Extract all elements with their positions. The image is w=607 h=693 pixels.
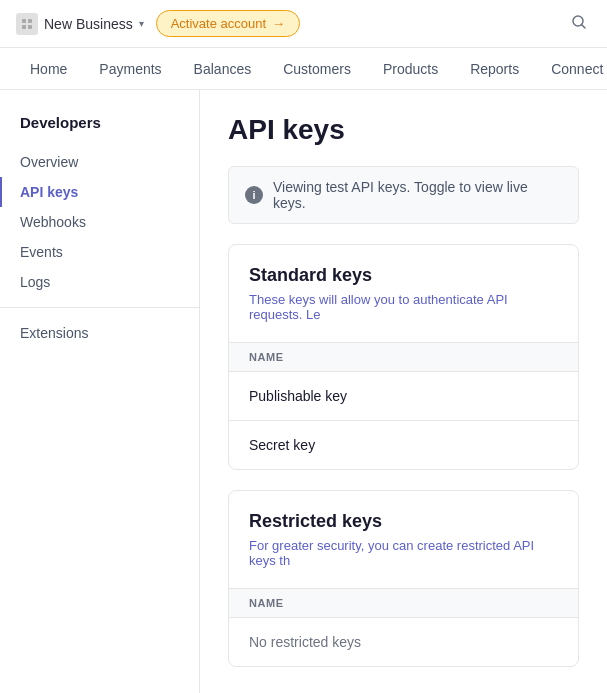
sidebar-item-events[interactable]: Events — [0, 237, 199, 267]
restricted-keys-title: Restricted keys — [249, 511, 558, 532]
top-bar-right — [567, 10, 591, 38]
svg-rect-1 — [28, 19, 32, 23]
svg-rect-2 — [22, 25, 26, 29]
nav-home[interactable]: Home — [16, 53, 81, 85]
content-area: API keys i Viewing test API keys. Toggle… — [200, 90, 607, 693]
sidebar-item-api-keys[interactable]: API keys — [0, 177, 199, 207]
search-button[interactable] — [567, 10, 591, 38]
activate-account-button[interactable]: Activate account → — [156, 10, 300, 37]
standard-keys-title: Standard keys — [249, 265, 558, 286]
business-logo — [16, 13, 38, 35]
restricted-keys-table-header: NAME — [229, 588, 578, 618]
standard-keys-col-name: NAME — [249, 351, 284, 363]
main-layout: Developers Overview API keys Webhooks Ev… — [0, 90, 607, 693]
svg-line-5 — [582, 24, 586, 28]
sidebar-item-logs[interactable]: Logs — [0, 267, 199, 297]
top-bar-left: New Business ▾ Activate account → — [16, 10, 300, 37]
sidebar: Developers Overview API keys Webhooks Ev… — [0, 90, 200, 693]
secret-key-label: Secret key — [249, 437, 315, 453]
svg-rect-3 — [28, 25, 32, 29]
sidebar-divider — [0, 307, 199, 308]
sidebar-item-overview[interactable]: Overview — [0, 147, 199, 177]
info-icon: i — [245, 186, 263, 204]
restricted-keys-description: For greater security, you can create res… — [249, 538, 558, 568]
no-restricted-keys-label: No restricted keys — [229, 618, 578, 666]
nav-customers[interactable]: Customers — [269, 53, 365, 85]
standard-keys-table-header: NAME — [229, 342, 578, 372]
info-banner-text: Viewing test API keys. Toggle to view li… — [273, 179, 562, 211]
top-bar: New Business ▾ Activate account → — [0, 0, 607, 48]
publishable-key-label: Publishable key — [249, 388, 347, 404]
nav-connect[interactable]: Connect — [537, 53, 607, 85]
business-name-label: New Business — [44, 16, 133, 32]
nav-reports[interactable]: Reports — [456, 53, 533, 85]
nav-bar: Home Payments Balances Customers Product… — [0, 48, 607, 90]
page-title: API keys — [228, 114, 579, 146]
restricted-keys-header: Restricted keys For greater security, yo… — [229, 491, 578, 588]
standard-keys-section: Standard keys These keys will allow you … — [228, 244, 579, 470]
svg-rect-0 — [22, 19, 26, 23]
restricted-keys-col-name: NAME — [249, 597, 284, 609]
sidebar-item-extensions[interactable]: Extensions — [0, 318, 199, 348]
table-row[interactable]: Publishable key — [229, 372, 578, 421]
business-selector[interactable]: New Business ▾ — [16, 13, 144, 35]
nav-products[interactable]: Products — [369, 53, 452, 85]
sidebar-title: Developers — [0, 114, 199, 147]
nav-balances[interactable]: Balances — [180, 53, 266, 85]
nav-payments[interactable]: Payments — [85, 53, 175, 85]
info-banner: i Viewing test API keys. Toggle to view … — [228, 166, 579, 224]
table-row[interactable]: Secret key — [229, 421, 578, 469]
standard-keys-header: Standard keys These keys will allow you … — [229, 245, 578, 342]
standard-keys-description: These keys will allow you to authenticat… — [249, 292, 558, 322]
chevron-down-icon: ▾ — [139, 18, 144, 29]
restricted-keys-section: Restricted keys For greater security, yo… — [228, 490, 579, 667]
sidebar-item-webhooks[interactable]: Webhooks — [0, 207, 199, 237]
